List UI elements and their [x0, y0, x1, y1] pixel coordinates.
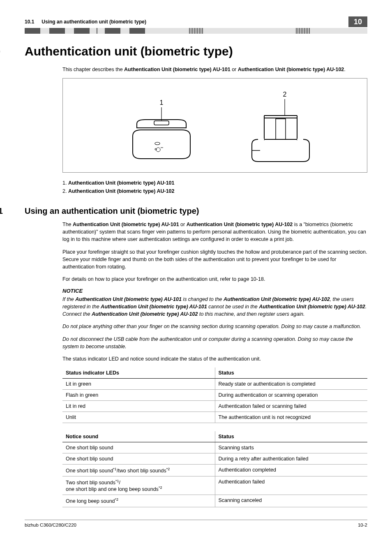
section-title: Using an authentication unit (biometric … — [25, 206, 199, 216]
table-row: Lit in greenReady state or authenticatio… — [62, 378, 367, 389]
chapter-badge: 10 — [348, 16, 367, 27]
table-row: One short blip sound During a retry afte… — [62, 453, 367, 464]
figure-box: 1 2 — [62, 78, 367, 173]
running-header-left: 10.1 Using an authentication unit (biome… — [25, 16, 146, 27]
t2-h2: Status — [215, 431, 367, 442]
notice-p1: If the Authentication Unit (biometric ty… — [62, 296, 367, 318]
table-row: Lit in redAuthentication failed or scann… — [62, 400, 367, 412]
svg-point-3 — [155, 142, 160, 145]
figure-item-2: 2. Authentication Unit (biometric type) … — [62, 188, 367, 194]
notice-p2: Do not place anything other than your fi… — [62, 323, 367, 330]
notice-heading: NOTICE — [62, 288, 367, 294]
device-au102-icon: 2 — [235, 91, 318, 169]
t1-h1: Status indicator LEDs — [62, 368, 215, 379]
body-p4: The status indicator LED and notice soun… — [62, 355, 367, 363]
body-p1: The Authentication Unit (biometric type)… — [62, 221, 367, 243]
status-led-table: Status indicator LEDs Status Lit in gree… — [62, 368, 367, 423]
header-section-number: 10.1 — [25, 19, 34, 25]
table-row: One short blip sound*1/two short blip so… — [62, 464, 367, 476]
table-row: UnlitThe authentication unit is not reco… — [62, 412, 367, 423]
t2-h1: Notice sound — [62, 431, 215, 442]
intro-paragraph: This chapter describes the Authenticatio… — [62, 66, 367, 73]
section-heading: 10.1 Using an authentication unit (biome… — [0, 206, 367, 216]
svg-rect-2 — [154, 121, 169, 125]
t1-h2: Status — [215, 368, 367, 379]
body-p2: Place your forefinger straight so that y… — [62, 248, 367, 271]
svg-rect-8 — [276, 119, 286, 139]
page-footer: bizhub C360/C280/C220 10-2 — [25, 520, 367, 527]
chapter-title: Authentication unit (biometric type) — [25, 44, 233, 58]
chapter-heading: 10 Authentication unit (biometric type) — [0, 44, 367, 58]
chapter-number: 10 — [0, 44, 25, 58]
decorative-bar — [25, 28, 367, 34]
header-section-title: Using an authentication unit (biometric … — [42, 19, 146, 25]
footer-left: bizhub C360/C280/C220 — [25, 523, 76, 527]
svg-text:1: 1 — [160, 99, 164, 106]
body-p3: For details on how to place your forefin… — [62, 275, 367, 283]
table-row: Flash in greenDuring authentication or s… — [62, 389, 367, 400]
footer-right: 10-2 — [358, 523, 367, 527]
section-number: 10.1 — [0, 206, 25, 216]
svg-text:2: 2 — [283, 91, 287, 98]
table-row: One long beep sound*2 Scanning canceled — [62, 495, 367, 507]
device-au101-icon: 1 — [125, 99, 198, 165]
notice-sound-table: Notice sound Status One short blip sound… — [62, 431, 367, 507]
notice-p3: Do not disconnect the USB cable from the… — [62, 335, 367, 350]
table-row: One short blip sound Scanning starts — [62, 442, 367, 453]
running-header: 10.1 Using an authentication unit (biome… — [25, 16, 367, 27]
table-row: Two short blip sounds*1/one short blip a… — [62, 476, 367, 495]
figure-item-1: 1. Authentication Unit (biometric type) … — [62, 180, 367, 186]
